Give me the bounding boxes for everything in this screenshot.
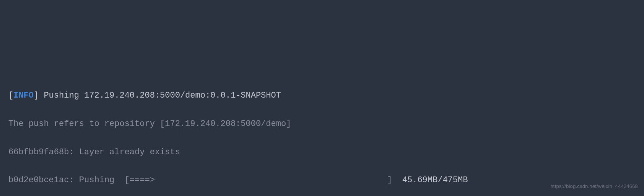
layer-line: 66bfbb9fa68b: Layer already exists: [8, 145, 644, 160]
progress-bar: [====> ]: [125, 175, 392, 185]
bracket-open: [: [8, 91, 13, 100]
layer-line-pushing: b0d2e0bce1ac: Pushing [====> ] 45.69MB/4…: [8, 173, 644, 188]
log-message: Pushing 172.19.240.208:5000/demo:0.0.1-S…: [39, 91, 281, 100]
left-gutter: [0, 0, 5, 196]
layer-status: Pushing: [79, 175, 114, 185]
push-refer-line: The push refers to repository [172.19.24…: [8, 117, 644, 131]
watermark: https://blog.csdn.net/weixin_44424668: [550, 182, 638, 191]
progress-size: 45.69MB/475MB: [402, 175, 468, 185]
log-line-info: [INFO] Pushing 172.19.240.208:5000/demo:…: [8, 89, 644, 103]
layer-status: Layer already exists: [79, 147, 180, 157]
log-level: INFO: [13, 91, 34, 100]
layer-id: 66bfbb9fa68b: [8, 147, 69, 157]
layer-id: b0d2e0bce1ac: [8, 175, 69, 185]
bracket-close: ]: [34, 91, 39, 100]
